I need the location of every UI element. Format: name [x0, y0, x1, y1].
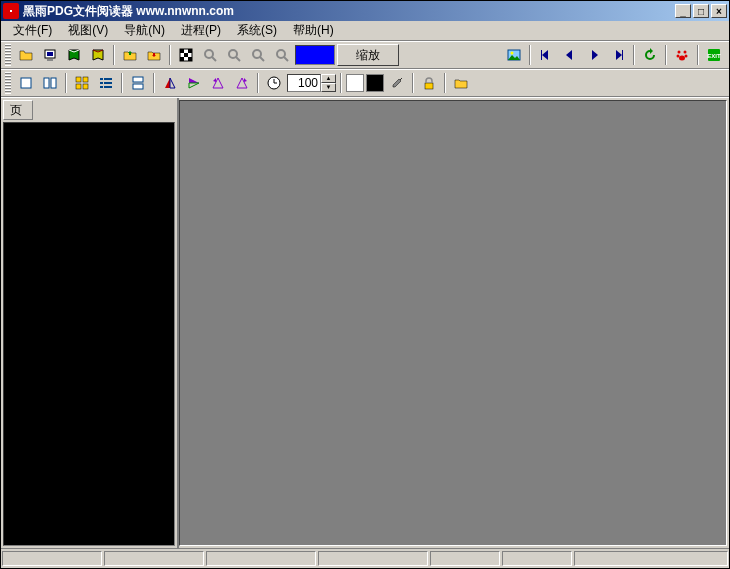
checker-icon	[178, 47, 194, 63]
svg-rect-8	[188, 57, 192, 61]
picture-icon	[506, 47, 522, 63]
checker-button[interactable]	[175, 44, 197, 66]
page-input[interactable]	[287, 74, 321, 92]
rotate-left-button[interactable]	[207, 72, 229, 94]
lock-button[interactable]	[418, 72, 440, 94]
svg-rect-41	[133, 77, 143, 82]
svg-point-25	[679, 56, 685, 61]
separator	[169, 45, 171, 65]
close-button[interactable]: ×	[711, 4, 727, 18]
svg-rect-31	[76, 77, 81, 82]
computer-button[interactable]	[39, 44, 61, 66]
svg-rect-4	[180, 49, 184, 53]
sidebar-tab-pages[interactable]: 页	[3, 100, 33, 120]
svg-rect-6	[184, 53, 188, 57]
computer-icon	[42, 47, 58, 63]
book-green-icon	[66, 47, 82, 63]
color-box[interactable]	[295, 45, 335, 65]
first-page-button[interactable]	[535, 44, 557, 66]
svg-rect-30	[51, 78, 56, 88]
book-yellow-icon	[90, 47, 106, 63]
app-icon	[3, 3, 19, 19]
prev-page-icon	[562, 47, 578, 63]
layout-single-button[interactable]	[15, 72, 37, 94]
first-page-icon	[538, 47, 554, 63]
svg-line-10	[212, 57, 216, 61]
viewer-panel[interactable]	[179, 100, 727, 546]
exit-button[interactable]: EXIT	[703, 44, 725, 66]
layout-double-button[interactable]	[39, 72, 61, 94]
layout-grid-icon	[74, 75, 90, 91]
menu-help[interactable]: 帮助(H)	[285, 20, 342, 41]
next-page-icon	[586, 47, 602, 63]
menu-file[interactable]: 文件(F)	[5, 20, 60, 41]
menu-process[interactable]: 进程(P)	[173, 20, 229, 41]
layout-list-icon	[98, 75, 114, 91]
clock-button[interactable]	[263, 72, 285, 94]
zoom-button[interactable]: 缩放	[337, 44, 399, 66]
thumbnail-panel[interactable]	[3, 122, 175, 546]
next-page-button[interactable]	[583, 44, 605, 66]
content-area: 页	[1, 97, 729, 548]
layout-grid-button[interactable]	[71, 72, 93, 94]
flip-v-button[interactable]	[183, 72, 205, 94]
menu-view[interactable]: 视图(V)	[60, 20, 116, 41]
zoom-actual-button[interactable]	[271, 44, 293, 66]
prev-page-button[interactable]	[559, 44, 581, 66]
app-window: 黑雨PDG文件阅读器 www.nnwnn.com _ □ × 文件(F) 视图(…	[0, 0, 730, 569]
lock-icon	[421, 75, 437, 91]
status-cell-1	[2, 551, 102, 566]
open-button[interactable]	[15, 44, 37, 66]
folder-in-icon	[146, 47, 162, 63]
separator	[412, 73, 414, 93]
svg-rect-20	[622, 50, 623, 60]
separator	[113, 45, 115, 65]
svg-rect-34	[83, 84, 88, 89]
separator	[529, 45, 531, 65]
refresh-icon	[642, 47, 658, 63]
layout-list-button[interactable]	[95, 72, 117, 94]
zoom-out-button[interactable]	[223, 44, 245, 66]
page-spinner[interactable]: ▲ ▼	[287, 74, 336, 92]
book-green-button[interactable]	[63, 44, 85, 66]
svg-point-11	[229, 50, 237, 58]
last-page-icon	[610, 47, 626, 63]
zoom-fit-button[interactable]	[247, 44, 269, 66]
menu-system[interactable]: 系统(S)	[229, 20, 285, 41]
maximize-button[interactable]: □	[693, 4, 709, 18]
svg-point-15	[277, 50, 285, 58]
rotate-right-icon	[234, 75, 250, 91]
toolbar-grip[interactable]	[5, 72, 11, 94]
menu-nav[interactable]: 导航(N)	[116, 20, 173, 41]
paw-button[interactable]	[671, 44, 693, 66]
dropper-button[interactable]	[386, 72, 408, 94]
refresh-button[interactable]	[639, 44, 661, 66]
status-cell-7	[574, 551, 728, 566]
clock-icon	[266, 75, 282, 91]
svg-line-12	[236, 57, 240, 61]
spin-down[interactable]: ▼	[321, 83, 336, 92]
rotate-right-button[interactable]	[231, 72, 253, 94]
svg-text:EXIT: EXIT	[707, 53, 721, 59]
zoom-in-button[interactable]	[199, 44, 221, 66]
minimize-button[interactable]: _	[675, 4, 691, 18]
layout-single-icon	[18, 75, 34, 91]
swatch-white[interactable]	[346, 74, 364, 92]
status-cell-4	[318, 551, 428, 566]
folder-in-button[interactable]	[143, 44, 165, 66]
last-page-button[interactable]	[607, 44, 629, 66]
book-yellow-button[interactable]	[87, 44, 109, 66]
toolbar-grip[interactable]	[5, 44, 11, 66]
svg-rect-36	[104, 78, 112, 80]
folder-up-button[interactable]	[119, 44, 141, 66]
swatch-black[interactable]	[366, 74, 384, 92]
folder-button[interactable]	[450, 72, 472, 94]
status-cell-3	[206, 551, 316, 566]
layout-alt-button[interactable]	[127, 72, 149, 94]
svg-rect-33	[76, 84, 81, 89]
svg-point-18	[511, 52, 514, 55]
flip-h-button[interactable]	[159, 72, 181, 94]
picture-button[interactable]	[503, 44, 525, 66]
separator	[65, 73, 67, 93]
spin-up[interactable]: ▲	[321, 74, 336, 83]
